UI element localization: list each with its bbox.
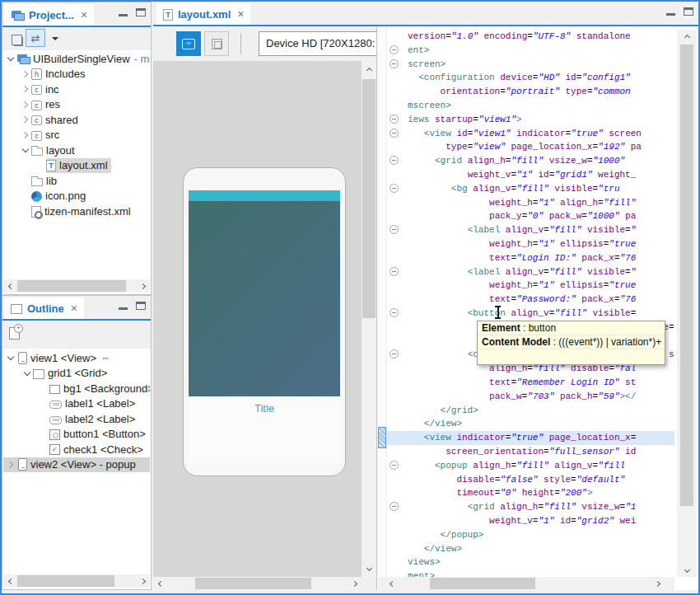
maximize-icon[interactable]	[136, 302, 146, 310]
tree-item[interactable]: grid1 <Grid>	[3, 366, 150, 382]
collapse-all-icon[interactable]	[14, 37, 23, 46]
fold-collapse-icon[interactable]	[390, 129, 399, 138]
scroll-left-icon[interactable]	[3, 574, 16, 588]
design-view-toggle-button[interactable]	[204, 31, 229, 56]
tab-project-explorer[interactable]: Project... ×	[4, 4, 94, 26]
expander-open-icon[interactable]	[5, 55, 16, 62]
minimize-icon[interactable]	[119, 302, 128, 310]
minimize-icon[interactable]	[119, 9, 128, 16]
code-line: ment>	[408, 569, 435, 577]
scrollbar-thumb[interactable]	[430, 578, 535, 589]
new-page-icon[interactable]	[9, 327, 20, 340]
design-vscrollb​ar[interactable]	[362, 61, 376, 577]
tree-item-label: grid1 <Grid>	[48, 367, 107, 379]
close-icon[interactable]: ×	[81, 9, 87, 21]
expander-closed-icon[interactable]	[20, 87, 31, 91]
scrollbar-thumb[interactable]	[17, 280, 126, 292]
tree-item[interactable]: button1 <Button>	[3, 427, 150, 443]
tree-item[interactable]: check1 <Check>	[3, 442, 150, 457]
expander-closed-icon[interactable]	[20, 117, 31, 122]
view-menu-chevron-icon[interactable]	[52, 37, 58, 40]
expander-closed-icon[interactable]	[20, 72, 31, 77]
scroll-up-icon[interactable]	[362, 63, 376, 76]
fold-collapse-icon[interactable]	[390, 461, 399, 470]
expander-closed-icon[interactable]	[20, 102, 31, 107]
source-hscrollbar[interactable]	[378, 577, 674, 590]
tree-item[interactable]: layout	[3, 143, 150, 158]
scroll-left-icon[interactable]	[3, 279, 16, 293]
maximize-icon[interactable]	[136, 8, 146, 16]
tree-item[interactable]: shared	[3, 112, 150, 128]
expander-closed-icon[interactable]	[20, 133, 31, 138]
preview-title-label[interactable]: Title	[254, 402, 274, 415]
fold-collapse-icon[interactable]	[390, 502, 399, 511]
fold-collapse-icon[interactable]	[390, 156, 399, 165]
fold-collapse-icon[interactable]	[390, 349, 399, 358]
tree-item[interactable]: layout.xml	[3, 158, 150, 174]
source-view-toggle-button[interactable]	[176, 31, 201, 56]
expander-open-icon[interactable]	[21, 370, 33, 377]
scroll-down-icon[interactable]	[362, 562, 376, 575]
scrollbar-thumb[interactable]	[680, 45, 693, 506]
code-line: </view>	[408, 417, 462, 431]
fold-collapse-icon[interactable]	[390, 184, 399, 193]
fold-collapse-icon[interactable]	[390, 225, 399, 234]
tree-item[interactable]: Includes	[3, 67, 150, 82]
scroll-up-icon[interactable]	[680, 30, 693, 43]
fold-collapse-icon[interactable]	[390, 267, 399, 276]
scroll-right-icon[interactable]	[137, 574, 150, 588]
expander-open-icon[interactable]	[20, 147, 31, 153]
design-canvas[interactable]: Title	[153, 61, 362, 577]
tree-item[interactable]: res	[3, 97, 150, 113]
code-line: text="Password:" pack_x="76	[408, 293, 636, 307]
scrollbar-thumb[interactable]	[195, 578, 311, 589]
xml-source-pane[interactable]: version="1.0" encoding="UTF-8" standalon…	[376, 26, 698, 590]
fold-collapse-icon[interactable]	[390, 115, 399, 124]
source-vscrollbar[interactable]	[677, 30, 697, 577]
tree-item[interactable]: lib	[3, 173, 150, 189]
scroll-right-icon[interactable]	[348, 577, 362, 590]
xml-code-area[interactable]: version="1.0" encoding="UTF-8" standalon…	[403, 26, 674, 577]
tree-item[interactable]: bg1 <Background>	[3, 381, 150, 396]
expander-closed-icon[interactable]	[5, 462, 16, 467]
code-line: weight_h="1" ellipsis="true	[408, 237, 636, 251]
tree-item[interactable]: tizen-manifest.xml	[3, 204, 150, 219]
outline-tree[interactable]: view1 <View>⇔grid1 <Grid>bg1 <Background…	[3, 350, 150, 573]
tree-item[interactable]: UIBuilderSingleView- mob	[3, 51, 150, 67]
scrollbar-thumb[interactable]	[17, 575, 114, 587]
scroll-right-icon[interactable]	[651, 577, 665, 590]
expander-open-icon[interactable]	[5, 354, 16, 361]
tab-layout-xml[interactable]: layout.xml ×	[156, 3, 250, 25]
tree-item[interactable]: view2 <View> - popup	[3, 457, 150, 473]
project-explorer-icon	[11, 8, 24, 21]
scrollbar-thumb[interactable]	[362, 79, 376, 318]
project-hscrollbar[interactable]	[3, 279, 150, 293]
phone-preview-screen[interactable]: Title	[189, 190, 340, 463]
tree-item[interactable]: icon.png	[3, 189, 150, 204]
grid-icon	[33, 369, 44, 379]
tab-outline[interactable]: Outline ×	[4, 298, 84, 319]
scroll-down-icon[interactable]	[680, 564, 693, 577]
design-hscrollbar[interactable]	[153, 577, 362, 590]
fold-collapse-icon[interactable]	[390, 59, 399, 68]
scroll-left-icon[interactable]	[385, 577, 398, 590]
close-icon[interactable]: ×	[237, 8, 244, 20]
fold-collapse-icon[interactable]	[390, 308, 399, 317]
maximize-icon[interactable]	[684, 7, 693, 16]
tree-item[interactable]: view1 <View>⇔	[3, 350, 150, 366]
tree-item[interactable]: label2 <Label>	[3, 411, 150, 427]
link-with-editor-icon[interactable]: ⇄	[26, 29, 45, 47]
scroll-left-icon[interactable]	[153, 577, 166, 590]
tree-item[interactable]: src	[3, 128, 150, 143]
code-line: <button align_v="fill" visible=	[408, 307, 636, 321]
fold-collapse-icon[interactable]	[390, 45, 399, 54]
close-icon[interactable]: ×	[71, 302, 77, 314]
scroll-right-icon[interactable]	[137, 279, 150, 293]
outline-hscrollbar[interactable]	[3, 574, 150, 588]
device-select[interactable]: Device HD [720X1280: I	[259, 31, 376, 56]
minimize-icon[interactable]	[666, 8, 675, 16]
preview-background-widget	[189, 201, 340, 396]
tree-item[interactable]: inc	[3, 82, 150, 97]
tree-item[interactable]: label1 <Label>	[3, 396, 150, 412]
project-tree[interactable]: UIBuilderSingleView- mobIncludesincressh…	[3, 51, 150, 279]
